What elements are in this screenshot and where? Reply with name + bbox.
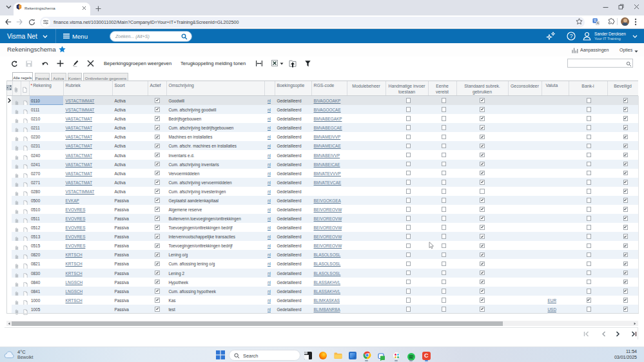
svg-text:?: ? xyxy=(570,33,573,39)
